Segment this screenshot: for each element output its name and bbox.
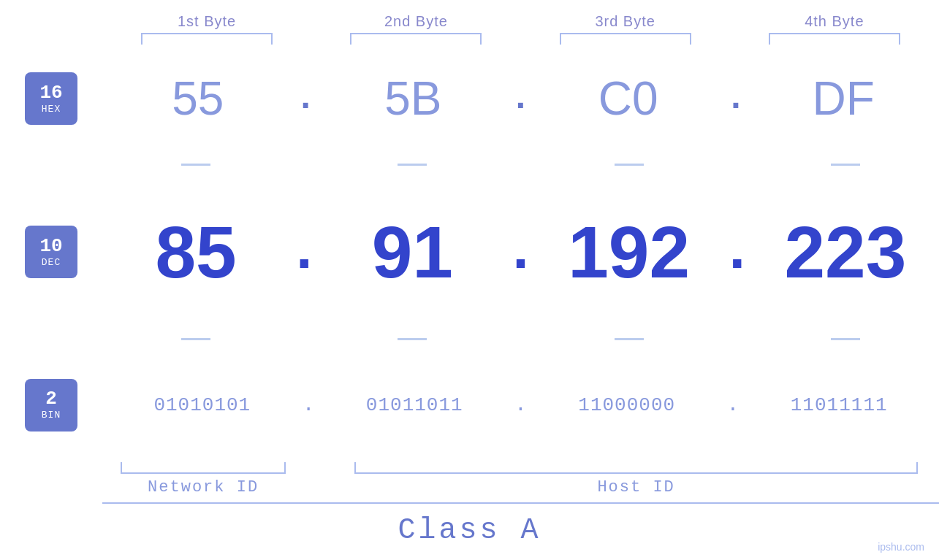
dec-cell-4: 223 bbox=[752, 210, 939, 294]
bin-cell-2: 01011011 bbox=[314, 394, 514, 416]
bracket-top-3 bbox=[521, 33, 730, 45]
hex-dot-1: . bbox=[294, 79, 318, 118]
hex-value-3: C0 bbox=[598, 72, 658, 126]
byte2-header: 2nd Byte bbox=[311, 13, 520, 30]
top-brackets bbox=[0, 33, 939, 45]
equals-row-2 bbox=[0, 328, 939, 351]
class-row bbox=[0, 502, 939, 504]
byte1-header: 1st Byte bbox=[102, 13, 311, 30]
bin-cell-4: 11011111 bbox=[739, 394, 939, 416]
hex-cell-4: DF bbox=[748, 72, 939, 126]
bin-dot-3: . bbox=[727, 394, 740, 416]
bracket-top-4 bbox=[730, 33, 939, 45]
dec-dot-2: . bbox=[506, 219, 536, 285]
hex-value-2: 5B bbox=[384, 72, 441, 126]
hostid-bracket bbox=[354, 462, 918, 474]
bin-value-1: 01010101 bbox=[153, 394, 251, 416]
dec-cell-2: 91 bbox=[319, 210, 506, 294]
hex-cell-1: 55 bbox=[102, 72, 294, 126]
bin-dot-1: . bbox=[303, 394, 315, 416]
dec-cell-3: 192 bbox=[536, 210, 723, 294]
bin-row: 2 BIN 01010101 . 01011011 . 11000000 . bbox=[0, 351, 939, 459]
equals-row-1 bbox=[0, 153, 939, 176]
hex-dot-3: . bbox=[724, 79, 748, 118]
bin-dot-2: . bbox=[514, 394, 527, 416]
bracket-top-2 bbox=[311, 33, 520, 45]
byte4-header: 4th Byte bbox=[730, 13, 939, 30]
byte3-header: 3rd Byte bbox=[521, 13, 730, 30]
dec-value-3: 192 bbox=[568, 210, 690, 294]
host-id-label: Host ID bbox=[597, 478, 674, 496]
netid-bracket bbox=[121, 462, 286, 474]
dec-cell-1: 85 bbox=[102, 210, 289, 294]
id-labels-row: Network ID Host ID bbox=[0, 478, 939, 496]
netid-label-wrap: Network ID bbox=[102, 478, 304, 496]
network-id-label: Network ID bbox=[148, 478, 259, 496]
class-label-row: Class A bbox=[0, 514, 939, 560]
byte-headers: 1st Byte 2nd Byte 3rd Byte 4th Byte bbox=[0, 13, 939, 30]
hex-cell-2: 5B bbox=[317, 72, 509, 126]
hostid-label-wrap: Host ID bbox=[333, 478, 939, 496]
hex-row: 16 HEX 55 . 5B . C0 . bbox=[0, 45, 939, 153]
bin-badge: 2 BIN bbox=[25, 379, 77, 431]
netid-bracket-wrap bbox=[102, 462, 304, 474]
hex-dot-2: . bbox=[509, 79, 533, 118]
bracket-top-1 bbox=[102, 33, 311, 45]
class-label: Class A bbox=[368, 514, 570, 547]
bottom-brackets-row bbox=[0, 462, 939, 474]
bin-cell-1: 01010101 bbox=[102, 394, 303, 416]
hostid-bracket-wrap bbox=[333, 462, 939, 474]
main-container: 1st Byte 2nd Byte 3rd Byte 4th Byte 16 H… bbox=[0, 0, 939, 560]
bin-cell-3: 11000000 bbox=[527, 394, 727, 416]
bin-value-4: 11011111 bbox=[791, 394, 888, 416]
watermark: ipshu.com bbox=[878, 541, 924, 553]
hex-value-4: DF bbox=[813, 72, 875, 126]
dec-value-2: 91 bbox=[372, 210, 453, 294]
dec-dot-1: . bbox=[289, 219, 319, 285]
hex-value-1: 55 bbox=[172, 72, 224, 126]
bin-value-2: 01011011 bbox=[366, 394, 463, 416]
dec-badge: 10 DEC bbox=[25, 226, 77, 278]
dec-value-1: 85 bbox=[156, 210, 237, 294]
class-bracket-line bbox=[102, 502, 939, 504]
hex-badge: 16 HEX bbox=[25, 72, 77, 125]
bin-value-3: 11000000 bbox=[578, 394, 675, 416]
dec-value-4: 223 bbox=[784, 210, 906, 294]
dec-dot-3: . bbox=[723, 219, 752, 285]
dec-row: 10 DEC 85 . 91 . 192 . 223 bbox=[0, 176, 939, 328]
hex-cell-3: C0 bbox=[533, 72, 724, 126]
